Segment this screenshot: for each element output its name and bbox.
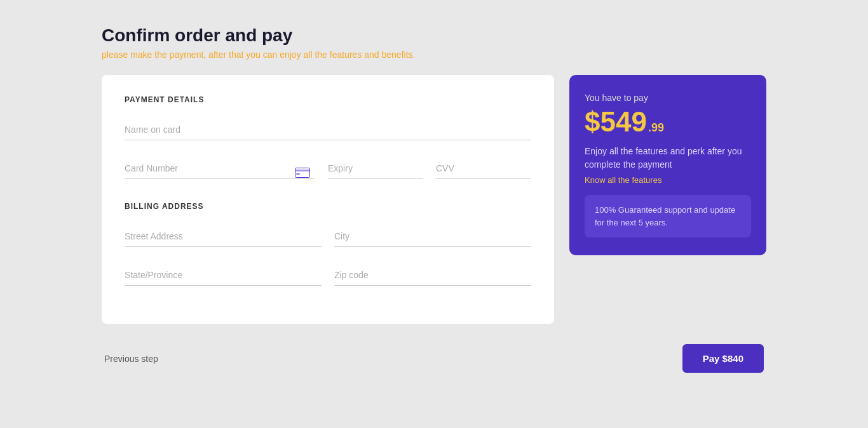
svg-rect-1 <box>295 170 310 171</box>
price-dollars: $549 <box>585 108 647 136</box>
svg-rect-0 <box>295 168 310 178</box>
guarantee-box: 100% Guaranteed support and update for t… <box>585 195 751 237</box>
payment-section-label: PAYMENT DETAILS <box>125 95 531 104</box>
name-on-card-input[interactable] <box>125 119 531 140</box>
footer-row: Previous step Pay $840 <box>102 344 766 373</box>
page-subtitle: please make the payment, after that you … <box>102 50 766 60</box>
previous-step-button[interactable]: Previous step <box>104 354 158 364</box>
billing-section: BILLING ADDRESS <box>125 202 531 291</box>
price-cents: .99 <box>648 122 664 133</box>
payment-card: PAYMENT DETAILS <box>102 75 554 324</box>
page-title: Confirm order and pay <box>102 25 766 46</box>
card-number-wrapper <box>125 158 315 184</box>
summary-card: You have to pay $549 .99 Enjoy all the f… <box>569 75 766 255</box>
cvv-field-group <box>436 158 531 184</box>
cvv-input[interactable] <box>436 158 531 179</box>
zip-input[interactable] <box>334 265 531 286</box>
card-icon <box>295 168 310 178</box>
address-row-2 <box>125 265 531 291</box>
state-field-group <box>125 265 322 291</box>
svg-rect-2 <box>296 173 300 175</box>
guarantee-text: 100% Guaranteed support and update for t… <box>595 205 735 227</box>
you-have-to-pay-label: You have to pay <box>585 93 751 103</box>
page-header: Confirm order and pay please make the pa… <box>102 25 766 60</box>
know-features-link[interactable]: Know all the features <box>585 175 751 185</box>
street-address-input[interactable] <box>125 226 322 247</box>
pay-button[interactable]: Pay $840 <box>682 344 764 373</box>
summary-description: Enjoy all the features and perk after yo… <box>585 145 751 171</box>
state-input[interactable] <box>125 265 322 286</box>
content-row: PAYMENT DETAILS <box>102 75 766 324</box>
expiry-input[interactable] <box>328 158 423 179</box>
card-details-row <box>125 158 531 184</box>
billing-section-label: BILLING ADDRESS <box>125 202 531 211</box>
city-input[interactable] <box>334 226 531 247</box>
expiry-field-group <box>328 158 423 184</box>
zip-field-group <box>334 265 531 291</box>
price-row: $549 .99 <box>585 108 751 136</box>
name-on-card-row <box>125 119 531 145</box>
card-number-input[interactable] <box>125 158 315 179</box>
address-row-1 <box>125 226 531 252</box>
city-field-group <box>334 226 531 252</box>
street-field-group <box>125 226 322 252</box>
